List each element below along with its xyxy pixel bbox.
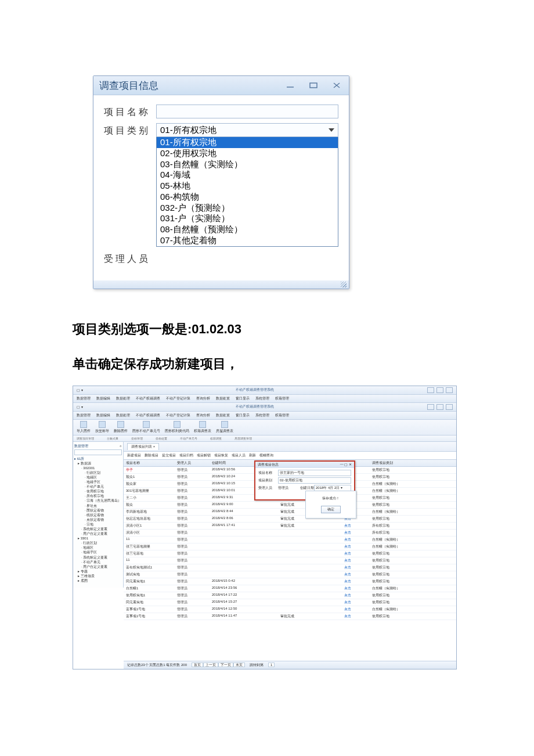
project-type-option[interactable]: 05-林地 — [157, 181, 338, 192]
table-row[interactable]: 蓝事项1号地管理员2018/4/14 12:50点击自然幢（实测绘） — [124, 606, 456, 613]
nav-tree[interactable]: 数据管理 ⟐ ▸ 61所▸ 数据源· 302301· 行政区划· 地籍区· 地籍… — [73, 442, 124, 588]
app-ribbon[interactable]: 导入图件按坐标导删除图件图形不动产单元号图形权利类代码权藉调查表房屋调查表 — [73, 420, 456, 435]
menu-item[interactable]: 窗口显示 — [236, 413, 250, 418]
menu-item[interactable]: 查询分析 — [196, 396, 210, 401]
pager-button[interactable]: 首页 — [192, 663, 203, 667]
table-row[interactable]: 张三宅基地管理员点击使用权宗地 — [124, 550, 456, 557]
ribbon-icon[interactable] — [143, 421, 150, 428]
pager-button[interactable]: 末页 — [233, 663, 245, 667]
project-type-option[interactable]: 07-其他定着物 — [157, 235, 338, 246]
tree-node[interactable]: ▸ 三维场景 — [74, 574, 122, 578]
pin-icon[interactable]: ⟐ — [120, 444, 122, 448]
column-header[interactable]: 项目名称 — [124, 460, 175, 466]
project-type-dropdown-list[interactable]: 01-所有权宗地02-使用权宗地03-自然幢（实测绘）04-海域05-林地06-… — [156, 136, 338, 247]
tree-node[interactable]: · 宗海（含无居民海岛） — [74, 498, 122, 503]
ribbon-icon[interactable] — [221, 421, 228, 428]
app-menubar[interactable]: 数据管理数据编辑数据处理不动产权籍调查不动产登记计算查询分析数据处置窗口显示系统… — [73, 412, 456, 420]
menu-item[interactable]: 数据处置 — [216, 413, 230, 418]
table-row[interactable]: 使用权实地1管理员2018/4/14 17:22点击使用权宗地 — [124, 592, 456, 599]
grid-toolbar[interactable]: 新建项目删除项目提交项目项目归档项目解锁项目恢复项目人员刷新模糊查询 — [124, 452, 456, 460]
table-row[interactable]: 观众管理员2018/4/2 9:00审批完成点击使用权宗地 — [124, 502, 456, 509]
minimize-icon[interactable]: — — [340, 462, 344, 467]
tree-node[interactable]: ▸ 专题 — [74, 569, 122, 574]
table-row[interactable]: 张三宅基地测量管理员点击自然幢（实测绘） — [124, 543, 456, 550]
tree-node[interactable]: · 302301 — [74, 466, 122, 470]
cell[interactable]: 点击 — [342, 557, 370, 564]
menu-item[interactable]: 数据管理 — [77, 396, 91, 401]
maximize-icon[interactable]: ▢ — [344, 462, 348, 467]
tree-node[interactable]: · 点状定着物 — [74, 517, 122, 522]
project-type-option[interactable]: 032-户（预测绘） — [157, 203, 338, 214]
pager-button[interactable]: 下一页 — [218, 663, 233, 667]
table-row[interactable]: 同元素实地管理员2018/4/14 15:27点击使用权宗地 — [124, 599, 456, 606]
messagebox-ok-button[interactable]: 确定 — [321, 506, 341, 513]
cell[interactable]: 点击 — [342, 592, 370, 599]
project-type-option[interactable]: 031-户（实测绘） — [157, 213, 338, 224]
window-buttons[interactable] — [427, 387, 453, 393]
tree-node[interactable]: · 面状定着物 — [74, 508, 122, 513]
menu-item[interactable]: 权藉管理 — [275, 396, 289, 401]
tree-node[interactable]: · 宗地 — [74, 522, 122, 527]
tree-node[interactable]: · 地籍区 — [74, 545, 122, 550]
project-type-combobox[interactable]: 01-所有权宗地 — [156, 123, 338, 137]
column-header[interactable]: 受理人员 — [175, 460, 210, 466]
cell[interactable]: 点击 — [342, 564, 370, 571]
cell[interactable]: 点击 — [342, 599, 370, 606]
tree-node[interactable]: · 线状定着物 — [74, 513, 122, 517]
grid-toolbar-button[interactable]: 提交项目 — [162, 453, 176, 458]
cell[interactable]: 点击 — [342, 523, 370, 529]
table-row[interactable]: 演清小区1管理员2018/4/1 17:41审批完成点击所有权宗地 — [124, 523, 456, 530]
home-icon[interactable]: ▢ ▾ — [77, 388, 83, 392]
tree-node[interactable]: · 地籍子区 — [74, 550, 122, 555]
project-name-input[interactable] — [156, 105, 338, 118]
tree-node[interactable]: · 不动产单元 — [74, 560, 122, 564]
menu-item[interactable]: 系统管理 — [255, 413, 269, 418]
tree-node[interactable]: · 系统标定义要素 — [74, 527, 122, 531]
tree-node[interactable]: · 使用权宗地 — [74, 489, 122, 494]
menu-item[interactable]: 数据编辑 — [96, 413, 110, 418]
project-type-option[interactable]: 04-海域 — [157, 170, 338, 181]
ribbon-icon[interactable] — [99, 421, 106, 428]
resize-grip-icon[interactable] — [93, 280, 349, 289]
project-type-option[interactable]: 08-自然幢（预测绘） — [157, 224, 338, 235]
tree-node[interactable]: ▸ 数据源 — [74, 461, 122, 466]
grid-toolbar-button[interactable]: 刷新 — [249, 453, 256, 458]
tab-project-list[interactable]: 调查项目列表 × — [127, 443, 159, 450]
ribbon-label[interactable]: 图形不动产单元号 — [132, 429, 160, 434]
grid-toolbar-button[interactable]: 项目归档 — [179, 453, 193, 458]
menu-item[interactable]: 系统管理 — [255, 396, 269, 401]
tree-node[interactable]: · 用户自定义要素 — [74, 531, 122, 536]
cell[interactable]: 点击 — [342, 578, 370, 585]
close-icon[interactable]: ✕ — [349, 462, 352, 467]
cell[interactable]: 点击 — [342, 550, 370, 557]
popup-name-input[interactable]: 张主家的一号地 — [278, 470, 351, 476]
popup-titlebar[interactable]: 调查项目信息 — ▢ ✕ — [255, 462, 354, 468]
table-row[interactable]: 11管理员点击自然幢（实测绘） — [124, 537, 456, 543]
grid-toolbar-button[interactable]: 项目人员 — [232, 453, 246, 458]
table-row[interactable]: 同元素实地1管理员2018/4/15 0:42点击使用权宗地 — [124, 578, 456, 585]
column-header[interactable]: 调查项目类别 — [370, 460, 439, 466]
menu-item[interactable]: 数据管理 — [77, 413, 91, 418]
cell[interactable]: 点击 — [342, 543, 370, 550]
menu-item[interactable]: 窗口显示 — [236, 396, 250, 401]
grid-toolbar-button[interactable]: 项目解锁 — [197, 453, 211, 458]
project-type-option[interactable]: 03-自然幢（实测绘） — [157, 159, 338, 170]
tree-node[interactable]: · 系统标定义要素 — [74, 555, 122, 560]
dialog-titlebar[interactable]: 调查项目信息 — [93, 76, 349, 95]
window-buttons[interactable] — [427, 404, 453, 410]
menu-item[interactable]: 权藉管理 — [275, 413, 289, 418]
tree-node[interactable]: · 不动产单元 — [74, 484, 122, 489]
grid-toolbar-button[interactable]: 项目恢复 — [214, 453, 228, 458]
tree-node[interactable]: ▸ 3301 — [74, 536, 122, 541]
cell[interactable]: 点击 — [342, 613, 370, 620]
menu-item[interactable]: 不动产登记计算 — [166, 396, 190, 401]
ribbon-label[interactable]: 导入图件 — [77, 429, 91, 434]
app-menubar-back[interactable]: 数据管理数据编辑数据处理不动产权籍调查不动产登记计算查询分析数据处置窗口显示系统… — [73, 395, 456, 403]
ribbon-label[interactable]: 权藉调查表 — [194, 429, 211, 434]
grid-toolbar-button[interactable]: 删除项目 — [145, 453, 158, 458]
ribbon-label[interactable]: 房屋调查表 — [216, 429, 233, 434]
tree-node[interactable]: ▸ 底图 — [74, 578, 122, 583]
jump-input[interactable]: 1 — [268, 663, 275, 667]
minimize-icon[interactable] — [284, 81, 297, 90]
tree-node[interactable]: ▸ 61所 — [74, 456, 122, 461]
